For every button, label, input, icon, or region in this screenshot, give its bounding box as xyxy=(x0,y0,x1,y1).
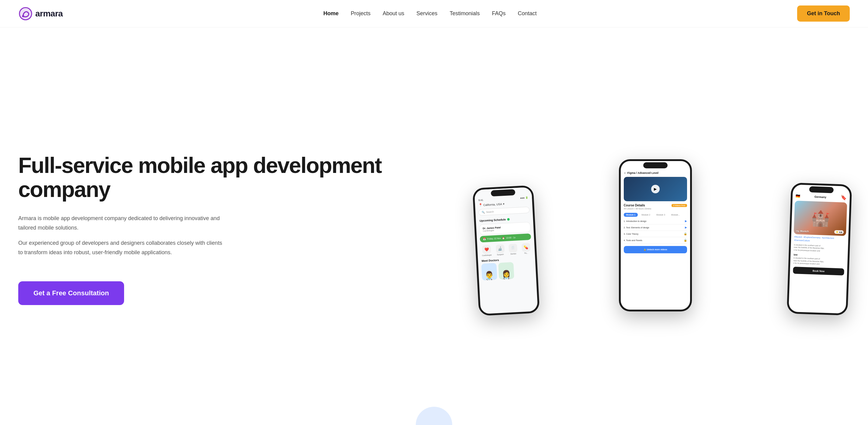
phone-travel: 🇩🇪 Germany 🔖 🏰 ny, Munich ⭐ 4.8 #Munic xyxy=(787,183,852,316)
phone-course: ‹ Figma / Advanced Level ▶ Course Detail… xyxy=(619,159,692,311)
phone-notch-left xyxy=(491,189,515,196)
hero-content: Full-service mobile app development comp… xyxy=(18,153,476,305)
screen-doctor: 9:41 ●●● 🔋 📍 California, USA ▾ 🔍 Search … xyxy=(474,187,538,314)
phone-mockups: 9:41 ●●● 🔋 📍 California, USA ▾ 🔍 Search … xyxy=(476,138,850,320)
decorative-circle xyxy=(416,407,452,425)
rating-badge: ⭐ 4.8 xyxy=(834,230,844,234)
hero-title: Full-service mobile app development comp… xyxy=(18,153,476,202)
logo-icon xyxy=(18,6,33,21)
doctor-photos-row: 👨‍⚕️ 👩‍⚕️ xyxy=(478,261,536,281)
play-button-icon[interactable]: ▶ xyxy=(651,185,660,193)
nav-item-testimonials[interactable]: Testimonials xyxy=(450,10,479,17)
lesson-item-4: 4. Tools and Panels 🔒 xyxy=(624,237,687,244)
back-arrow-icon: ‹ xyxy=(624,171,626,175)
consultation-button[interactable]: Get a Free Consultation xyxy=(18,281,124,305)
lesson-list: 1. Introduction to design ▶ 2. Test: Ele… xyxy=(621,218,690,244)
hero-desc-1: Armara is mobile app development company… xyxy=(18,214,225,232)
search-bar: 🔍 Search xyxy=(478,207,529,216)
lesson-item-2: 2. Test: Elements of design ▶ xyxy=(624,224,687,231)
screen-travel: 🇩🇪 Germany 🔖 🏰 ny, Munich ⭐ 4.8 #Munic xyxy=(788,185,850,314)
nav-item-faqs[interactable]: FAQs xyxy=(492,10,505,17)
nav-links: Home Projects About us Services Testimon… xyxy=(323,10,536,17)
navbar: armara Home Projects About us Services T… xyxy=(0,0,868,27)
notification-dot xyxy=(507,218,509,220)
phone-doctor: 9:41 ●●● 🔋 📍 California, USA ▾ 🔍 Search … xyxy=(472,185,540,316)
nav-item-services[interactable]: Services xyxy=(416,10,437,17)
lesson-item-3: 3. Color Theory 🔒 xyxy=(624,231,687,237)
nav-item-home[interactable]: Home xyxy=(323,10,339,17)
svg-point-2 xyxy=(22,15,24,17)
hero-desc-2: Our experienced group of developers and … xyxy=(18,238,225,257)
nav-item-projects[interactable]: Projects xyxy=(351,10,370,17)
logo-text: armara xyxy=(35,9,63,19)
unlock-button[interactable]: 🔒 Unlock more videos xyxy=(624,246,687,253)
phone-notch-right xyxy=(809,186,834,193)
lesson-item-1: 1. Introduction to design ▶ xyxy=(624,218,687,224)
logo[interactable]: armara xyxy=(18,6,63,21)
hero-section: Full-service mobile app development comp… xyxy=(0,27,868,425)
phone-notch-center xyxy=(643,162,668,168)
course-video-thumbnail: ▶ xyxy=(624,177,687,201)
travel-review: is situated in the southern part ofnear … xyxy=(790,257,848,266)
svg-point-0 xyxy=(19,7,32,20)
book-now-button[interactable]: Book Now xyxy=(793,267,844,276)
phones-container: 9:41 ●●● 🔋 📍 California, USA ▾ 🔍 Search … xyxy=(476,138,850,320)
get-in-touch-button[interactable]: Get in Touch xyxy=(797,5,850,22)
module-tabs: Module 1 Module 2 Module 3 Module... xyxy=(621,211,690,218)
travel-image: 🏰 ny, Munich ⭐ 4.8 xyxy=(794,201,847,236)
course-details: Course Details 2 Videos Free 45 Lesson •… xyxy=(621,201,690,211)
doctor-card: Dr. James Patel Cardiologist xyxy=(479,222,531,235)
nav-item-about[interactable]: About us xyxy=(382,10,404,17)
nav-item-contact[interactable]: Contact xyxy=(518,10,536,17)
screen-course: ‹ Figma / Advanced Level ▶ Course Detail… xyxy=(621,161,690,310)
